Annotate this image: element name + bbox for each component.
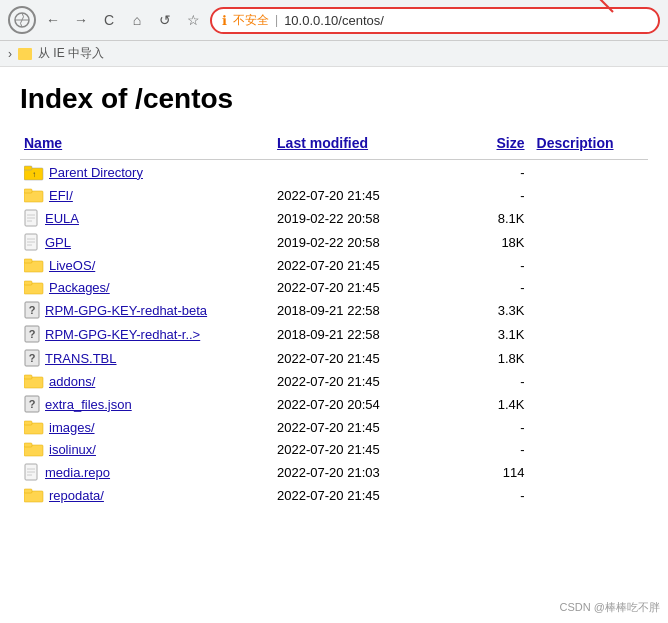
address-text: 10.0.0.10/centos/ [284,13,648,28]
svg-text:?: ? [29,328,36,340]
file-desc-cell [533,298,648,322]
file-link[interactable]: TRANS.TBL [45,351,117,366]
table-row: EULA2019-02-22 20:588.1K [20,206,648,230]
file-table: Name Last modified Size Description ↑ Pa… [20,131,648,506]
file-desc-cell [533,230,648,254]
address-divider: | [275,13,278,27]
file-desc-cell [533,438,648,460]
file-link[interactable]: media.repo [45,465,110,480]
file-desc-cell [533,276,648,298]
back-button[interactable]: ← [42,9,64,31]
home-button[interactable]: ⌂ [126,9,148,31]
key-file-icon: ? [24,301,40,319]
col-name-header[interactable]: Name [20,131,273,160]
file-link[interactable]: repodata/ [49,488,104,503]
browser-toolbar: ← → C ⌂ ↺ ☆ ℹ 不安全 | 10.0.0.10/centos/ [8,6,660,34]
file-name-cell: ? RPM-GPG-KEY-redhat-beta [20,298,273,322]
svg-text:↑: ↑ [32,170,36,179]
table-row: ↑ Parent Directory- [20,160,648,185]
ie-folder-icon [18,48,32,60]
file-size-cell: 3.3K [481,298,533,322]
file-modified-cell: 2022-07-20 21:45 [273,184,481,206]
file-link[interactable]: extra_files.json [45,397,132,412]
file-name-cell: ? TRANS.TBL [20,346,273,370]
table-row: GPL2019-02-22 20:5818K [20,230,648,254]
file-size-cell: - [481,438,533,460]
file-size-cell: 1.8K [481,346,533,370]
svg-text:?: ? [29,398,36,410]
col-desc-header[interactable]: Description [533,131,648,160]
page-title: Index of /centos [20,83,648,115]
file-icon [24,209,40,227]
browser-logo [8,6,36,34]
table-row: media.repo2022-07-20 21:03114 [20,460,648,484]
file-link[interactable]: RPM-GPG-KEY-redhat-beta [45,303,207,318]
parent-dir-icon: ↑ [24,163,44,181]
file-modified-cell: 2022-07-20 21:45 [273,370,481,392]
file-link[interactable]: LiveOS/ [49,258,95,273]
key-file-icon: ? [24,395,40,413]
file-name-cell: Packages/ [20,276,273,298]
file-modified-cell: 2022-07-20 21:45 [273,416,481,438]
file-link[interactable]: Parent Directory [49,165,143,180]
file-name-cell: GPL [20,230,273,254]
col-modified-header[interactable]: Last modified [273,131,481,160]
folder-icon [24,487,44,503]
svg-rect-4 [24,166,32,170]
file-desc-cell [533,206,648,230]
file-size-cell: - [481,160,533,185]
svg-rect-27 [24,375,32,379]
security-label: 不安全 [233,12,269,29]
file-modified-cell: 2018-09-21 22:58 [273,322,481,346]
file-name-cell: ? RPM-GPG-KEY-redhat-r..> [20,322,273,346]
svg-rect-17 [24,259,32,263]
history-button[interactable]: ↺ [154,9,176,31]
page-content: Index of /centos Name Last modified Size… [0,67,668,516]
refresh-button[interactable]: C [98,9,120,31]
file-desc-cell [533,322,648,346]
forward-button[interactable]: → [70,9,92,31]
table-row: EFI/2022-07-20 21:45- [20,184,648,206]
file-modified-cell: 2022-07-20 21:03 [273,460,481,484]
file-desc-cell [533,392,648,416]
file-modified-cell: 2022-07-20 21:45 [273,254,481,276]
file-link[interactable]: EULA [45,211,79,226]
file-desc-cell [533,160,648,185]
chevron-right-icon: › [8,47,12,61]
file-name-cell: EULA [20,206,273,230]
browser-chrome: ← → C ⌂ ↺ ☆ ℹ 不安全 | 10.0.0.10/centos/ [0,0,668,41]
bookmarks-label: 从 IE 中导入 [38,45,104,62]
bookmark-button[interactable]: ☆ [182,9,204,31]
file-icon [24,463,40,481]
lock-icon: ℹ [222,13,227,28]
file-modified-cell: 2022-07-20 21:45 [273,346,481,370]
file-link[interactable]: images/ [49,420,95,435]
file-size-cell: 18K [481,230,533,254]
file-link[interactable]: addons/ [49,374,95,389]
table-row: isolinux/2022-07-20 21:45- [20,438,648,460]
file-desc-cell [533,184,648,206]
file-link[interactable]: GPL [45,235,71,250]
svg-rect-31 [24,421,32,425]
col-size-header[interactable]: Size [481,131,533,160]
file-modified-cell: 2022-07-20 21:45 [273,276,481,298]
file-desc-cell [533,370,648,392]
folder-icon [24,187,44,203]
svg-rect-7 [24,189,32,193]
file-modified-cell: 2019-02-22 20:58 [273,206,481,230]
svg-rect-39 [24,489,32,493]
file-link[interactable]: isolinux/ [49,442,96,457]
table-row: LiveOS/2022-07-20 21:45- [20,254,648,276]
key-file-icon: ? [24,325,40,343]
file-icon [24,233,40,251]
table-row: images/2022-07-20 21:45- [20,416,648,438]
file-link[interactable]: Packages/ [49,280,110,295]
file-link[interactable]: EFI/ [49,188,73,203]
file-desc-cell [533,254,648,276]
file-modified-cell: 2022-07-20 21:45 [273,438,481,460]
file-link[interactable]: RPM-GPG-KEY-redhat-r..> [45,327,200,342]
address-bar[interactable]: ℹ 不安全 | 10.0.0.10/centos/ [210,7,660,34]
file-size-cell: - [481,254,533,276]
file-modified-cell: 2022-07-20 21:45 [273,484,481,506]
bookmarks-bar: › 从 IE 中导入 [0,41,668,67]
